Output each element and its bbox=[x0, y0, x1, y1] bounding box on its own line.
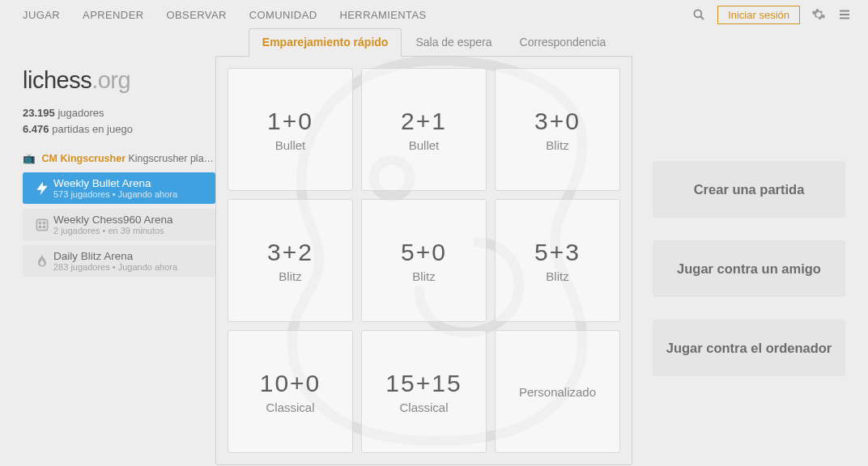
svg-line-1 bbox=[700, 16, 704, 19]
event-sub: 573 jugadores • Jugando ahora bbox=[53, 189, 207, 199]
left-column: lichess.org 23.195 jugadores 6.476 parti… bbox=[23, 56, 215, 465]
tabs: Emparejamiento rápido Sala de espera Cor… bbox=[0, 28, 868, 56]
svg-point-6 bbox=[39, 222, 40, 223]
die-icon bbox=[31, 217, 53, 233]
nav-right: Iniciar sesión bbox=[691, 6, 852, 24]
tile-5-0[interactable]: 5+0Blitz bbox=[361, 199, 487, 322]
play-friend-button[interactable]: Jugar contra un amigo bbox=[653, 240, 845, 297]
nav-tools[interactable]: HERRAMIENTAS bbox=[340, 9, 427, 21]
site-logo[interactable]: lichess.org bbox=[23, 67, 215, 94]
tv-icon: 📺 bbox=[23, 153, 36, 164]
tile-custom[interactable]: Personalizado bbox=[495, 330, 620, 453]
nav-community[interactable]: COMUNIDAD bbox=[249, 9, 317, 21]
tile-type: Classical bbox=[399, 400, 448, 414]
tile-3-2[interactable]: 3+2Blitz bbox=[228, 199, 353, 322]
tile-time: 5+3 bbox=[534, 239, 581, 266]
top-nav: JUGAR APRENDER OBSERVAR COMUNIDAD HERRAM… bbox=[0, 0, 868, 29]
tab-quick-pairing[interactable]: Emparejamiento rápido bbox=[249, 28, 402, 57]
tile-type: Bullet bbox=[275, 138, 306, 152]
tile-1-0[interactable]: 1+0Bullet bbox=[228, 68, 353, 191]
pairing-grid: 1+0Bullet2+1Bullet3+0Blitz3+2Blitz5+0Bli… bbox=[215, 56, 632, 465]
games-count: 6.476 bbox=[23, 123, 49, 135]
tile-10-0[interactable]: 10+0Classical bbox=[228, 330, 353, 453]
tab-correspondence[interactable]: Correspondencia bbox=[506, 28, 620, 57]
event-title: Weekly Chess960 Arena bbox=[53, 214, 207, 226]
streamer-desc: Kingscrusher playing o... bbox=[129, 153, 216, 164]
nav-watch[interactable]: OBSERVAR bbox=[167, 9, 227, 21]
tile-type: Blitz bbox=[412, 269, 435, 283]
tile-time: 2+1 bbox=[401, 108, 447, 135]
players-count: 23.195 bbox=[23, 107, 55, 119]
svg-point-8 bbox=[39, 226, 40, 227]
tile-custom-label: Personalizado bbox=[519, 385, 596, 399]
svg-rect-5 bbox=[36, 219, 47, 230]
players-label: jugadores bbox=[57, 107, 104, 119]
tile-time: 5+0 bbox=[401, 239, 447, 266]
tile-15-15[interactable]: 15+15Classical bbox=[361, 330, 487, 453]
tile-time: 3+0 bbox=[534, 108, 581, 135]
event-list: Weekly Bullet Arena 573 jugadores • Juga… bbox=[23, 172, 215, 277]
tile-type: Bullet bbox=[409, 138, 440, 152]
tile-type: Blitz bbox=[279, 269, 301, 283]
tab-lobby[interactable]: Sala de espera bbox=[402, 28, 505, 57]
bolt-icon bbox=[31, 180, 53, 197]
streamer-name: Kingscrusher bbox=[60, 153, 126, 164]
tile-time: 1+0 bbox=[267, 108, 313, 135]
tile-type: Blitz bbox=[546, 138, 568, 152]
tile-2-1[interactable]: 2+1Bullet bbox=[361, 68, 487, 191]
flame-icon bbox=[31, 253, 53, 269]
tile-time: 15+15 bbox=[385, 370, 462, 397]
svg-point-0 bbox=[695, 10, 702, 17]
logo-name: lichess bbox=[23, 67, 91, 93]
event-chess960-arena[interactable]: Weekly Chess960 Arena 2 jugadores • en 3… bbox=[23, 209, 215, 240]
logo-tld: .org bbox=[91, 67, 130, 93]
nav-play[interactable]: JUGAR bbox=[23, 9, 60, 21]
tile-type: Blitz bbox=[546, 269, 568, 283]
tile-time: 10+0 bbox=[260, 370, 321, 397]
menu-icon[interactable] bbox=[837, 7, 852, 22]
create-game-button[interactable]: Crear una partida bbox=[653, 161, 845, 218]
tile-3-0[interactable]: 3+0Blitz bbox=[495, 68, 620, 191]
event-blitz-arena[interactable]: Daily Blitz Arena 283 jugadores • Jugand… bbox=[23, 245, 215, 277]
svg-point-9 bbox=[43, 226, 45, 227]
svg-point-7 bbox=[43, 222, 45, 223]
tile-time: 3+2 bbox=[267, 239, 313, 266]
nav-learn[interactable]: APRENDER bbox=[83, 9, 143, 21]
event-sub: 283 jugadores • Jugando ahora bbox=[53, 262, 207, 272]
event-bullet-arena[interactable]: Weekly Bullet Arena 573 jugadores • Juga… bbox=[23, 172, 215, 204]
tile-5-3[interactable]: 5+3Blitz bbox=[495, 199, 620, 322]
right-column: Crear una partida Jugar contra un amigo … bbox=[653, 56, 845, 465]
search-icon[interactable] bbox=[691, 7, 706, 22]
signin-button[interactable]: Iniciar sesión bbox=[717, 6, 800, 24]
streamer-row[interactable]: 📺 CM Kingscrusher Kingscrusher playing o… bbox=[23, 152, 215, 164]
games-label: partidas en juego bbox=[52, 123, 133, 135]
streamer-title-badge: CM bbox=[41, 153, 57, 164]
event-sub: 2 jugadores • en 39 minutos bbox=[53, 226, 207, 235]
event-title: Weekly Bullet Arena bbox=[53, 177, 207, 189]
event-title: Daily Blitz Arena bbox=[53, 250, 207, 262]
gear-icon[interactable] bbox=[811, 7, 826, 22]
tile-type: Classical bbox=[266, 400, 314, 414]
play-computer-button[interactable]: Jugar contra el ordenador bbox=[653, 320, 845, 376]
nav-left: JUGAR APRENDER OBSERVAR COMUNIDAD HERRAM… bbox=[23, 9, 427, 21]
center-column: 1+0Bullet2+1Bullet3+0Blitz3+2Blitz5+0Bli… bbox=[215, 56, 653, 465]
site-stats: 23.195 jugadores 6.476 partidas en juego bbox=[23, 105, 215, 138]
